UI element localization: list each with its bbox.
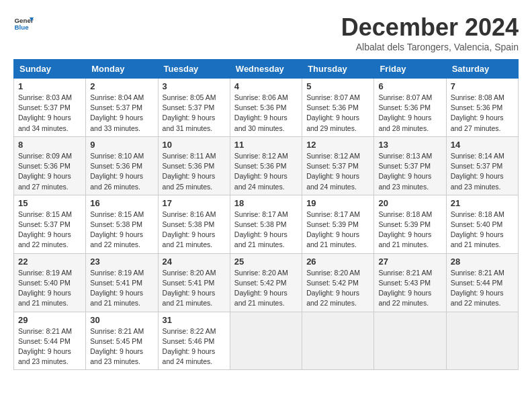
- calendar-cell: 8Sunrise: 8:09 AMSunset: 5:36 PMDaylight…: [14, 136, 86, 195]
- day-number: 10: [163, 140, 226, 150]
- day-number: 11: [234, 140, 298, 150]
- day-number: 19: [306, 198, 369, 208]
- calendar-table: SundayMondayTuesdayWednesdayThursdayFrid…: [13, 59, 519, 370]
- calendar-cell: 30Sunrise: 8:21 AMSunset: 5:45 PMDayligh…: [86, 312, 158, 370]
- location-title: Albalat dels Tarongers, Valencia, Spain: [341, 42, 519, 52]
- calendar-cell: 29Sunrise: 8:21 AMSunset: 5:44 PMDayligh…: [14, 312, 86, 370]
- day-number: 14: [451, 140, 514, 150]
- calendar-cell: 15Sunrise: 8:15 AMSunset: 5:37 PMDayligh…: [14, 195, 86, 253]
- calendar-cell: 14Sunrise: 8:14 AMSunset: 5:37 PMDayligh…: [446, 136, 518, 195]
- day-number: 4: [234, 81, 298, 91]
- calendar-cell: 21Sunrise: 8:18 AMSunset: 5:40 PMDayligh…: [446, 195, 518, 253]
- calendar-cell: 7Sunrise: 8:08 AMSunset: 5:36 PMDaylight…: [446, 79, 518, 137]
- day-info: Sunrise: 8:20 AMSunset: 5:42 PMDaylight:…: [234, 269, 288, 308]
- svg-text:Blue: Blue: [15, 24, 30, 31]
- column-header-friday: Friday: [374, 60, 446, 79]
- calendar-cell: 11Sunrise: 8:12 AMSunset: 5:36 PMDayligh…: [230, 136, 302, 195]
- calendar-cell: 28Sunrise: 8:21 AMSunset: 5:44 PMDayligh…: [446, 253, 518, 312]
- day-info: Sunrise: 8:15 AMSunset: 5:37 PMDaylight:…: [18, 210, 72, 249]
- day-number: 7: [451, 81, 514, 91]
- day-info: Sunrise: 8:07 AMSunset: 5:36 PMDaylight:…: [306, 93, 360, 132]
- day-info: Sunrise: 8:17 AMSunset: 5:38 PMDaylight:…: [234, 210, 288, 249]
- calendar-cell: 10Sunrise: 8:11 AMSunset: 5:36 PMDayligh…: [158, 136, 230, 195]
- calendar-cell: [302, 312, 374, 370]
- day-info: Sunrise: 8:20 AMSunset: 5:41 PMDaylight:…: [163, 269, 216, 308]
- day-info: Sunrise: 8:18 AMSunset: 5:40 PMDaylight:…: [451, 210, 504, 249]
- day-info: Sunrise: 8:12 AMSunset: 5:36 PMDaylight:…: [234, 152, 288, 191]
- day-info: Sunrise: 8:10 AMSunset: 5:36 PMDaylight:…: [90, 152, 144, 191]
- day-info: Sunrise: 8:19 AMSunset: 5:41 PMDaylight:…: [90, 269, 144, 308]
- column-header-thursday: Thursday: [302, 60, 374, 79]
- day-info: Sunrise: 8:15 AMSunset: 5:38 PMDaylight:…: [90, 210, 144, 249]
- day-number: 21: [451, 198, 514, 208]
- day-number: 9: [90, 140, 153, 150]
- day-info: Sunrise: 8:16 AMSunset: 5:38 PMDaylight:…: [163, 210, 216, 249]
- column-header-sunday: Sunday: [14, 60, 86, 79]
- day-info: Sunrise: 8:05 AMSunset: 5:37 PMDaylight:…: [163, 93, 216, 132]
- calendar-cell: 23Sunrise: 8:19 AMSunset: 5:41 PMDayligh…: [86, 253, 158, 312]
- day-info: Sunrise: 8:08 AMSunset: 5:36 PMDaylight:…: [451, 93, 504, 132]
- day-info: Sunrise: 8:21 AMSunset: 5:43 PMDaylight:…: [378, 269, 432, 308]
- day-number: 29: [18, 315, 81, 325]
- day-number: 22: [18, 257, 81, 267]
- day-number: 18: [234, 198, 298, 208]
- calendar-cell: 27Sunrise: 8:21 AMSunset: 5:43 PMDayligh…: [374, 253, 446, 312]
- day-info: Sunrise: 8:21 AMSunset: 5:44 PMDaylight:…: [18, 327, 72, 366]
- day-number: 24: [163, 257, 226, 267]
- calendar-cell: [230, 312, 302, 370]
- day-number: 31: [163, 315, 226, 325]
- day-info: Sunrise: 8:21 AMSunset: 5:44 PMDaylight:…: [451, 269, 504, 308]
- day-number: 15: [18, 198, 81, 208]
- column-header-tuesday: Tuesday: [158, 60, 230, 79]
- day-number: 8: [18, 140, 81, 150]
- column-header-monday: Monday: [86, 60, 158, 79]
- day-info: Sunrise: 8:19 AMSunset: 5:40 PMDaylight:…: [18, 269, 72, 308]
- calendar-cell: 25Sunrise: 8:20 AMSunset: 5:42 PMDayligh…: [230, 253, 302, 312]
- day-info: Sunrise: 8:22 AMSunset: 5:46 PMDaylight:…: [163, 327, 216, 366]
- day-info: Sunrise: 8:17 AMSunset: 5:39 PMDaylight:…: [306, 210, 360, 249]
- day-info: Sunrise: 8:06 AMSunset: 5:36 PMDaylight:…: [234, 93, 288, 132]
- day-number: 5: [306, 81, 369, 91]
- calendar-cell: 26Sunrise: 8:20 AMSunset: 5:42 PMDayligh…: [302, 253, 374, 312]
- day-info: Sunrise: 8:03 AMSunset: 5:37 PMDaylight:…: [18, 93, 72, 132]
- day-number: 25: [234, 257, 298, 267]
- logo-icon: General Blue: [13, 13, 34, 34]
- day-number: 20: [378, 198, 441, 208]
- day-number: 13: [378, 140, 441, 150]
- calendar-cell: 9Sunrise: 8:10 AMSunset: 5:36 PMDaylight…: [86, 136, 158, 195]
- day-number: 30: [90, 315, 153, 325]
- calendar-cell: 31Sunrise: 8:22 AMSunset: 5:46 PMDayligh…: [158, 312, 230, 370]
- calendar-cell: 5Sunrise: 8:07 AMSunset: 5:36 PMDaylight…: [302, 79, 374, 137]
- day-info: Sunrise: 8:07 AMSunset: 5:36 PMDaylight:…: [378, 93, 432, 132]
- day-info: Sunrise: 8:09 AMSunset: 5:36 PMDaylight:…: [18, 152, 72, 191]
- calendar-cell: 24Sunrise: 8:20 AMSunset: 5:41 PMDayligh…: [158, 253, 230, 312]
- day-info: Sunrise: 8:18 AMSunset: 5:39 PMDaylight:…: [378, 210, 432, 249]
- calendar-cell: 18Sunrise: 8:17 AMSunset: 5:38 PMDayligh…: [230, 195, 302, 253]
- day-info: Sunrise: 8:21 AMSunset: 5:45 PMDaylight:…: [90, 327, 144, 366]
- calendar-cell: 4Sunrise: 8:06 AMSunset: 5:36 PMDaylight…: [230, 79, 302, 137]
- day-number: 2: [90, 81, 153, 91]
- day-info: Sunrise: 8:20 AMSunset: 5:42 PMDaylight:…: [306, 269, 360, 308]
- day-number: 28: [451, 257, 514, 267]
- day-number: 26: [306, 257, 369, 267]
- day-info: Sunrise: 8:13 AMSunset: 5:37 PMDaylight:…: [378, 152, 432, 191]
- calendar-cell: 1Sunrise: 8:03 AMSunset: 5:37 PMDaylight…: [14, 79, 86, 137]
- day-number: 16: [90, 198, 153, 208]
- calendar-cell: [446, 312, 518, 370]
- day-number: 17: [163, 198, 226, 208]
- column-header-saturday: Saturday: [446, 60, 518, 79]
- calendar-cell: 2Sunrise: 8:04 AMSunset: 5:37 PMDaylight…: [86, 79, 158, 137]
- column-header-wednesday: Wednesday: [230, 60, 302, 79]
- calendar-cell: 17Sunrise: 8:16 AMSunset: 5:38 PMDayligh…: [158, 195, 230, 253]
- page-header: General Blue December 2024 Albalat dels …: [13, 13, 519, 52]
- calendar-cell: 22Sunrise: 8:19 AMSunset: 5:40 PMDayligh…: [14, 253, 86, 312]
- calendar-cell: 6Sunrise: 8:07 AMSunset: 5:36 PMDaylight…: [374, 79, 446, 137]
- calendar-cell: 12Sunrise: 8:12 AMSunset: 5:37 PMDayligh…: [302, 136, 374, 195]
- day-number: 1: [18, 81, 81, 91]
- day-info: Sunrise: 8:11 AMSunset: 5:36 PMDaylight:…: [163, 152, 216, 191]
- day-info: Sunrise: 8:04 AMSunset: 5:37 PMDaylight:…: [90, 93, 144, 132]
- day-number: 6: [378, 81, 441, 91]
- day-number: 12: [306, 140, 369, 150]
- calendar-cell: 19Sunrise: 8:17 AMSunset: 5:39 PMDayligh…: [302, 195, 374, 253]
- day-info: Sunrise: 8:14 AMSunset: 5:37 PMDaylight:…: [451, 152, 504, 191]
